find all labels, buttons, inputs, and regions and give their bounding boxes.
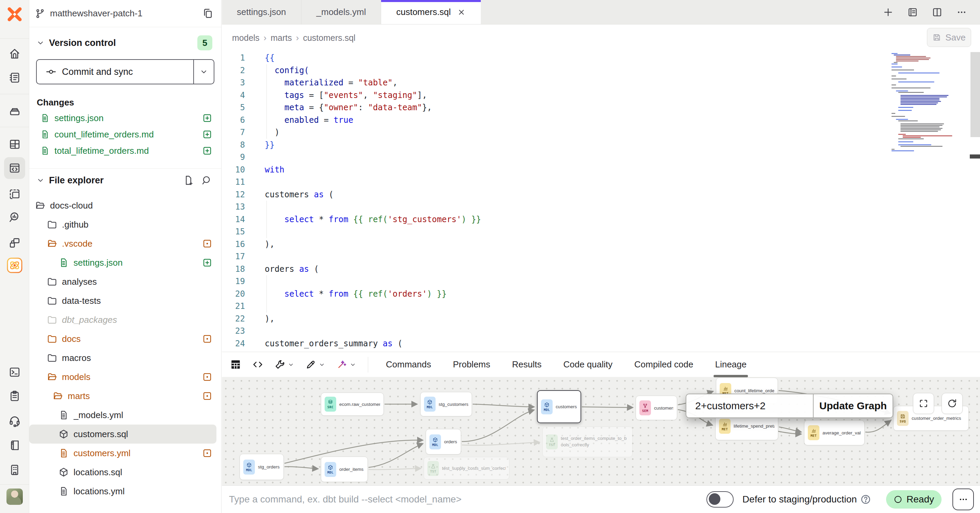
save-button[interactable]: Save: [927, 28, 971, 47]
command-input[interactable]: Type a command, ex. dbt build --select <…: [229, 494, 706, 505]
nav-compare[interactable]: [0, 233, 29, 253]
lineage-node-orders[interactable]: MDLorders: [426, 429, 461, 454]
results-table-button[interactable]: [230, 359, 241, 370]
build-tools-button[interactable]: [274, 359, 294, 370]
notebook-icon: [8, 71, 21, 84]
nav-support[interactable]: [0, 411, 29, 430]
update-graph-button[interactable]: Update Graph: [814, 394, 892, 418]
file-tree-item-settings-json[interactable]: settings.json: [29, 253, 221, 272]
file-tree-item-models[interactable]: models: [29, 367, 221, 386]
met-icon: [811, 428, 816, 434]
code-view-button[interactable]: [252, 359, 263, 370]
new-tab-icon[interactable]: [883, 7, 894, 18]
editor-minimap[interactable]: [891, 53, 965, 154]
stage-file-icon[interactable]: [202, 113, 212, 123]
split-editor-icon[interactable]: [932, 7, 943, 18]
nav-tasks[interactable]: [0, 386, 29, 405]
file-tree-item-locations-yml[interactable]: locations.yml: [29, 482, 221, 501]
version-control-header[interactable]: Version control 5: [29, 35, 221, 51]
stage-file-icon[interactable]: [202, 129, 212, 140]
file-tree-item-analyses[interactable]: analyses: [29, 272, 221, 291]
copy-icon[interactable]: [202, 8, 214, 19]
changed-file-row[interactable]: total_lifetime_orders.md: [29, 143, 221, 159]
breadcrumb-item[interactable]: marts: [270, 33, 292, 43]
dbt-logo[interactable]: [0, 5, 29, 24]
nav-home[interactable]: [0, 44, 29, 63]
editor-tab-_models.yml[interactable]: _models.yml: [301, 0, 382, 24]
editor-scrollbar-track[interactable]: [970, 52, 980, 137]
panel-tab-commands[interactable]: Commands: [375, 352, 442, 377]
panel-tab-lineage[interactable]: Lineage: [704, 352, 757, 377]
panel-tab-code-quality[interactable]: Code quality: [552, 352, 624, 377]
changed-file-row[interactable]: count_lifetime_orders.md: [29, 126, 221, 143]
nav-dashboard[interactable]: [0, 135, 29, 154]
lineage-selector-input[interactable]: 2+customers+2: [686, 394, 813, 418]
lineage-node-stg-customers[interactable]: MDLstg_customers: [420, 392, 472, 416]
file-tree-item-customers-yml[interactable]: customers.yml: [29, 444, 221, 463]
file-tree-item-dbt-packages[interactable]: dbt_packages: [29, 310, 221, 329]
lineage-node-customers[interactable]: SEMcustomers: [636, 395, 677, 420]
new-file-icon[interactable]: [183, 175, 194, 186]
nav-organization[interactable]: [0, 460, 29, 479]
commit-and-sync-button[interactable]: Commit and sync: [36, 59, 215, 84]
lineage-canvas[interactable]: SRCecom.raw_customersMDLstg_customersMDL…: [222, 377, 980, 486]
line-number: 13: [222, 201, 245, 213]
lineage-node-test-order-items-compute-to-bools-correctly[interactable]: TSTtest_order_items_compute_to_bools_cor…: [542, 427, 633, 457]
close-icon[interactable]: [457, 8, 466, 17]
code-editor[interactable]: 1{{2 config(3 materialized = "table",4 t…: [222, 52, 889, 350]
commit-options-dropdown[interactable]: [193, 60, 214, 84]
file-list-icon[interactable]: [907, 7, 918, 18]
defer-toggle[interactable]: [706, 491, 733, 508]
format-button[interactable]: [305, 359, 325, 370]
nav-terminal[interactable]: [0, 363, 29, 382]
breadcrumb-item[interactable]: customers.sql: [303, 33, 355, 43]
editor-tab-customers.sql[interactable]: customers.sql: [381, 0, 480, 24]
file-explorer-header[interactable]: File explorer: [29, 172, 221, 189]
file-tree-item-docs[interactable]: docs: [29, 329, 221, 348]
lineage-node-order-items[interactable]: MDLorder_items: [321, 457, 368, 482]
ai-assist-button[interactable]: [336, 359, 356, 370]
panel-tab-compiled-code[interactable]: Compiled code: [624, 352, 704, 377]
line-number: 3: [222, 76, 245, 89]
line-number: 14: [222, 213, 245, 226]
changed-file-name: total_lifetime_orders.md: [54, 146, 197, 156]
help-icon[interactable]: [860, 494, 871, 505]
lineage-node-test-supply-costs-sum-correctly[interactable]: TSTtest_supply_costs_sum_correctly: [424, 457, 509, 480]
nav-environments[interactable]: [0, 102, 29, 121]
search-icon[interactable]: [202, 175, 212, 186]
nav-docs[interactable]: [0, 436, 29, 455]
file-tree-item-data-tests[interactable]: data-tests: [29, 291, 221, 310]
node-label: test_order_items_compute_to_bools_correc…: [561, 435, 629, 448]
file-tree-item-docs-cloud[interactable]: docs-cloud: [29, 196, 221, 215]
refresh-lineage-button[interactable]: [942, 393, 963, 414]
editor-scrollbar-thumb[interactable]: [970, 154, 980, 159]
changed-file-row[interactable]: settings.json: [29, 110, 221, 126]
fullscreen-button[interactable]: [913, 393, 934, 414]
panel-tab-results[interactable]: Results: [501, 352, 553, 377]
file-tree-item-marts[interactable]: marts: [29, 386, 221, 405]
file-tree-item--models-yml[interactable]: _models.yml: [29, 405, 221, 424]
code-line: 9: [222, 151, 889, 164]
file-tree-item--vscode[interactable]: .vscode: [29, 234, 221, 253]
nav-ide[interactable]: [0, 159, 29, 178]
nav-notebook[interactable]: [0, 68, 29, 87]
more-options-button[interactable]: [953, 489, 974, 510]
file-tree-item--github[interactable]: .github: [29, 215, 221, 234]
editor-tab-settings.json[interactable]: settings.json: [222, 0, 301, 24]
user-avatar[interactable]: [0, 487, 29, 506]
lineage-node-average-order-value[interactable]: METaverage_order_value: [804, 420, 865, 445]
nav-select[interactable]: [0, 185, 29, 204]
file-tree-item-customers-sql[interactable]: customers.sql: [29, 424, 216, 444]
panel-tab-problems[interactable]: Problems: [442, 352, 501, 377]
breadcrumb-item[interactable]: models: [232, 33, 259, 43]
branch-row: matthewshaver-patch-1: [29, 0, 221, 27]
stage-file-icon[interactable]: [202, 146, 212, 156]
lineage-node-customers[interactable]: MDLcustomers: [537, 390, 581, 423]
nav-explore[interactable]: [0, 208, 29, 227]
file-tree-item-macros[interactable]: macros: [29, 348, 221, 367]
file-tree-item-locations-sql[interactable]: locations.sql: [29, 463, 221, 482]
lineage-node-ecom-raw-customers[interactable]: SRCecom.raw_customers: [321, 392, 384, 416]
nav-dbt-project[interactable]: [0, 256, 29, 275]
more-actions-icon[interactable]: [956, 7, 967, 18]
lineage-node-stg-orders[interactable]: MDLstg_orders: [240, 454, 284, 480]
